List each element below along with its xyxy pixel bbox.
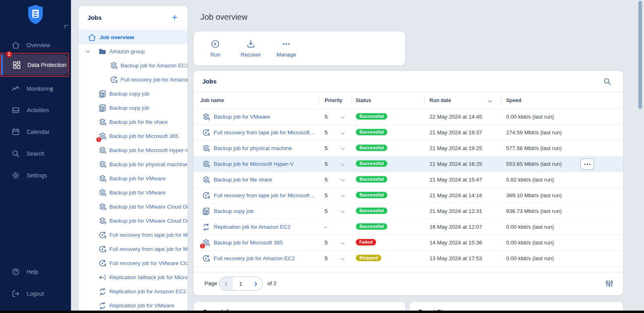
backup-job-icon: ! xyxy=(98,132,107,141)
column-header-status[interactable]: Status xyxy=(356,98,371,103)
column-settings-icon[interactable] xyxy=(605,280,613,288)
priority-dropdown-icon[interactable] xyxy=(340,240,346,246)
manage-button[interactable]: Manage xyxy=(269,31,304,65)
column-header-run-date[interactable]: Run date xyxy=(429,98,451,103)
home-icon xyxy=(88,33,96,42)
backup-job-icon xyxy=(202,144,210,153)
tree-item[interactable]: Backup job for Microsoft Hyper-V xyxy=(79,143,188,157)
table-row[interactable]: Backup job for Microsoft Hyper-V 5 Succe… xyxy=(194,156,623,172)
tree-item[interactable]: Backup copy job xyxy=(79,87,188,101)
tree-item[interactable]: Backup job for VMware xyxy=(79,171,188,186)
panel-corner-handle xyxy=(65,25,69,28)
sidebar-item-label: Data Protection xyxy=(27,62,67,68)
column-header-job-name[interactable]: Job name xyxy=(200,98,224,103)
tree-item[interactable]: Amazon group xyxy=(79,44,188,58)
tree-item-label: Replication job for VMware xyxy=(109,303,174,309)
priority-dropdown-icon[interactable] xyxy=(340,146,346,152)
row-actions-button[interactable] xyxy=(580,159,594,170)
recover-button[interactable]: Recover xyxy=(233,31,269,65)
backup-job-icon xyxy=(98,188,107,197)
tree-item-label: Replication job for Amazon EC2 xyxy=(109,288,186,294)
jobs-tree-panel: Jobs + Job overview Amazon group Backup … xyxy=(79,6,188,313)
replication-job-icon xyxy=(98,301,107,310)
tree-item-label: Backup job for physical machine xyxy=(109,161,188,167)
tree-item[interactable]: Backup job for Amazon EC2 xyxy=(79,58,188,73)
tree-item[interactable]: Backup job for file share xyxy=(79,115,188,129)
status-badge: Failed xyxy=(356,239,376,246)
run-button[interactable]: Run xyxy=(198,31,233,65)
job-name-link[interactable]: Full recovery job for Amazon EC2 xyxy=(214,255,295,261)
column-header-speed[interactable]: Speed xyxy=(506,98,521,103)
sidebar-item-search[interactable]: Search xyxy=(0,147,71,161)
sidebar-item-settings[interactable]: Settings xyxy=(0,169,71,182)
tree-item[interactable]: Backup job for VMware xyxy=(79,186,188,200)
sidebar-item-overview[interactable]: Overview xyxy=(0,38,71,52)
tree-item[interactable]: Replication job for Amazon EC2 xyxy=(79,284,188,298)
tree-item[interactable]: Replication failback job for Microsof xyxy=(79,270,188,284)
job-name-link[interactable]: Backup job for Microsoft 365 xyxy=(214,240,283,246)
collapse-chevron-icon[interactable] xyxy=(49,86,55,92)
table-row[interactable]: Replication job for Amazon EC2 - Success… xyxy=(194,219,623,235)
priority-dropdown-icon[interactable] xyxy=(340,115,346,120)
add-job-button[interactable]: + xyxy=(169,12,180,23)
priority-dropdown-icon[interactable] xyxy=(340,130,346,136)
run-date: 21 May 2024 at 14:16 xyxy=(429,192,482,198)
sidebar-item-logout[interactable]: Logout xyxy=(0,287,71,300)
sidebar-item-monitoring[interactable]: Monitoring xyxy=(0,82,71,96)
table-row[interactable]: Full recovery from tape job for Microsof… xyxy=(194,188,623,204)
page-number-input[interactable] xyxy=(233,277,249,290)
job-name-link[interactable]: Backup job for physical machine xyxy=(214,145,292,151)
copy-job-icon xyxy=(202,207,210,216)
priority-dropdown-icon[interactable] xyxy=(340,162,346,167)
column-header-priority[interactable]: Priority xyxy=(325,98,342,103)
vertical-scrollbar[interactable] xyxy=(638,1,642,109)
page-title: Job overview xyxy=(200,13,248,22)
page-next-button[interactable] xyxy=(249,277,262,290)
job-name-link[interactable]: Full recovery from tape job for Microsof… xyxy=(214,192,315,198)
status-badge: Successful xyxy=(356,144,388,151)
table-row[interactable]: Backup job for VMware 5 Successful 22 Ma… xyxy=(194,109,623,125)
search-icon[interactable] xyxy=(603,77,612,86)
table-body: Backup job for VMware 5 Successful 22 Ma… xyxy=(194,109,623,267)
table-row[interactable]: Backup job for file share 5 Successful 2… xyxy=(194,172,623,188)
table-row[interactable]: Full recovery job for Amazon EC2 5 Stopp… xyxy=(194,251,623,267)
tree-item[interactable]: Full recovery from tape job for Micr xyxy=(79,242,188,256)
action-label: Manage xyxy=(277,52,296,58)
job-name-link[interactable]: Backup job for Microsoft Hyper-V xyxy=(214,161,294,167)
page-prev-button[interactable] xyxy=(219,277,233,290)
job-name-link[interactable]: Replication job for Amazon EC2 xyxy=(214,224,291,230)
table-row[interactable]: ! Backup job for Microsoft 365 5 Failed … xyxy=(194,235,623,251)
table-footer: Page of 2 xyxy=(194,272,623,295)
tree-item[interactable]: Backup job for physical machine xyxy=(79,157,188,171)
sidebar-item-help[interactable]: Help xyxy=(0,265,71,279)
priority-value: 5 xyxy=(325,114,328,120)
priority-dropdown-icon[interactable] xyxy=(340,193,346,199)
job-name-link[interactable]: Backup job for file share xyxy=(214,177,272,183)
recovery-job-icon xyxy=(202,191,210,200)
tree-item[interactable]: Full recovery job for Amazon E xyxy=(79,73,188,87)
tree-item[interactable]: Backup job for VMware Cloud Direc xyxy=(79,214,188,228)
tree-item[interactable]: Backup copy job xyxy=(79,101,188,115)
tree-item[interactable]: Full recovery job for VMware Cloud xyxy=(79,256,188,270)
priority-dropdown-icon[interactable] xyxy=(340,209,346,215)
tree-item[interactable]: Full recovery from tape job for Micr xyxy=(79,228,188,242)
failback-job-icon xyxy=(98,273,107,282)
job-name-link[interactable]: Backup job for VMware xyxy=(214,114,270,120)
tree-item[interactable]: ! Backup job for Microsoft 365 xyxy=(79,129,188,143)
tree-item[interactable]: Backup job for VMware Cloud Direc xyxy=(79,200,188,214)
job-name-link[interactable]: Backup copy job xyxy=(214,208,254,214)
table-row[interactable]: Backup copy job 5 Successful 21 May 2024… xyxy=(194,204,623,219)
job-name-link[interactable]: Full recovery from tape job for Microsof… xyxy=(214,129,315,136)
sidebar-item-data-protection[interactable]: 1 Data Protection xyxy=(1,54,68,75)
table-row[interactable]: Backup job for physical machine 5 Succes… xyxy=(194,141,623,156)
sort-chevron-icon[interactable] xyxy=(487,98,493,104)
chevron-down-icon[interactable] xyxy=(85,49,91,54)
priority-dropdown-icon[interactable] xyxy=(340,177,346,183)
sidebar-item-calendar[interactable]: Calendar xyxy=(0,125,71,139)
tree-item[interactable]: Job overview xyxy=(79,30,188,44)
sidebar-item-activities[interactable]: Activities xyxy=(0,103,71,117)
column-divider xyxy=(501,96,501,106)
table-row[interactable]: Full recovery from tape job for Microsof… xyxy=(194,125,623,141)
app-window: Overview 1 Data Protection Monitoring Ac… xyxy=(0,0,644,313)
priority-dropdown-icon[interactable] xyxy=(340,256,346,262)
